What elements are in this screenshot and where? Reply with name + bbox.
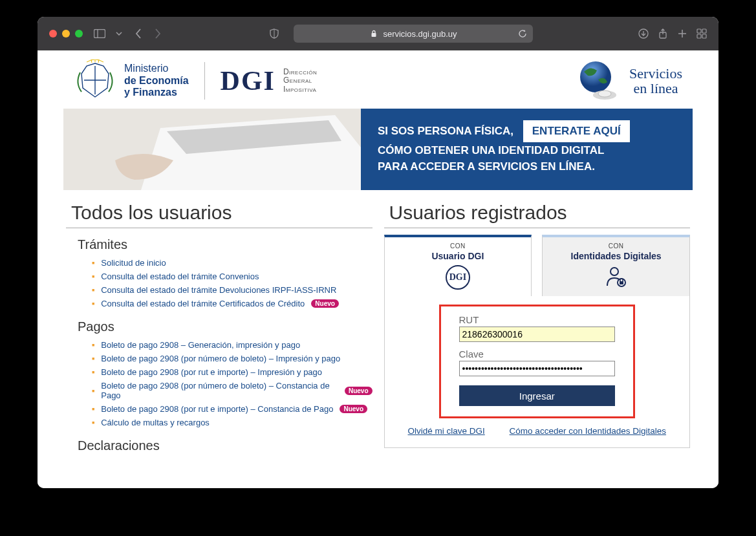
- tab-identidades-digitales[interactable]: CON Identidades Digitales: [542, 235, 690, 296]
- servicios-en-linea-logo[interactable]: Servicios en línea: [575, 60, 682, 102]
- shield-icon[interactable]: [269, 28, 279, 39]
- lock-icon: [369, 28, 379, 39]
- downloads-icon[interactable]: [638, 28, 649, 39]
- tabs-overview-icon[interactable]: [697, 28, 707, 39]
- all-users-panel: Todos los usuarios Trámites Solicitud de…: [66, 199, 373, 457]
- section-declaraciones: Declaraciones: [78, 438, 373, 453]
- minimize-window-button[interactable]: [62, 30, 70, 38]
- list-item: Solicitud de inicio: [92, 256, 373, 270]
- svg-rect-6: [697, 29, 701, 33]
- section-pagos: Pagos: [78, 319, 373, 334]
- tab1-main: Usuario DGI: [387, 251, 529, 261]
- browser-chrome: servicios.dgi.gub.uy: [38, 17, 718, 50]
- registered-users-panel: Usuarios registrados CON Usuario DGI DGI…: [384, 199, 691, 457]
- banner-image: [63, 109, 361, 190]
- link[interactable]: Boleto de pago 2908 (por número de bolet…: [101, 381, 338, 400]
- clave-input[interactable]: [459, 361, 616, 376]
- person-lock-icon: [605, 265, 627, 287]
- rut-input[interactable]: [459, 327, 616, 342]
- list-item: Cálculo de multas y recargos: [92, 416, 373, 429]
- banner-line3: PARA ACCEDER A SERVICIOS EN LÍNEA.: [378, 158, 676, 175]
- browser-window: servicios.dgi.gub.uy: [38, 17, 718, 488]
- dgi-logo[interactable]: DGI Dirección General Impositiva: [221, 65, 318, 96]
- dgi-sub2: General: [283, 76, 317, 85]
- site-header: Ministerio de Economía y Finanzas DGI Di…: [38, 50, 718, 109]
- mef-line3: y Finanzas: [124, 87, 189, 98]
- chevron-down-icon[interactable]: [114, 28, 124, 39]
- svg-point-19: [610, 268, 618, 275]
- share-icon[interactable]: [658, 28, 668, 39]
- clave-label: Clave: [459, 348, 616, 359]
- list-item: Boleto de pago 2908 – Generación, impres…: [92, 338, 373, 352]
- link[interactable]: Cálculo de multas y recargos: [101, 418, 210, 427]
- forgot-password-link[interactable]: Olvidé mi clave DGI: [408, 426, 485, 436]
- list-item: Boleto de pago 2908 (por número de bolet…: [92, 352, 373, 365]
- hero-banner: SI SOS PERSONA FÍSICA, ENTERATE AQUÍ CÓM…: [63, 109, 693, 190]
- nuevo-badge: Nuevo: [345, 387, 373, 395]
- nuevo-badge: Nuevo: [340, 405, 367, 413]
- address-bar[interactable]: servicios.dgi.gub.uy: [294, 25, 533, 43]
- svg-rect-8: [697, 34, 701, 38]
- link[interactable]: Solicitud de inicio: [101, 258, 166, 268]
- url-host: servicios.dgi.gub.uy: [383, 29, 457, 39]
- close-window-button[interactable]: [49, 30, 57, 38]
- login-form: RUT Clave Ingresar Olvidé mi clave DGI C…: [384, 295, 691, 448]
- link[interactable]: Consulta del estado del trámite Devoluci…: [101, 285, 336, 295]
- section-tramites: Trámites: [78, 237, 373, 252]
- link[interactable]: Consulta del estado del trámite Convenio…: [101, 272, 259, 281]
- reload-icon[interactable]: [517, 28, 528, 39]
- mef-line1: Ministerio: [124, 63, 189, 74]
- mef-logo[interactable]: Ministerio de Economía y Finanzas: [74, 59, 189, 102]
- link[interactable]: Boleto de pago 2908 – Generación, impres…: [101, 340, 300, 350]
- servicios-line2: en línea: [629, 81, 682, 96]
- list-item: Consulta del estado del trámite Certific…: [92, 297, 373, 310]
- nuevo-badge: Nuevo: [311, 299, 339, 308]
- howto-identidades-link[interactable]: Cómo acceder con Identidades Digitales: [510, 426, 666, 436]
- back-button[interactable]: [133, 28, 144, 39]
- tab2-sup: CON: [545, 242, 687, 250]
- sidebar-icon[interactable]: [94, 28, 105, 39]
- list-item: Consulta del estado del trámite Devoluci…: [92, 283, 373, 297]
- svg-rect-7: [702, 29, 706, 33]
- svg-point-15: [580, 61, 611, 92]
- maximize-window-button[interactable]: [75, 30, 83, 38]
- list-item: Consulta del estado del trámite Convenio…: [92, 270, 373, 283]
- link[interactable]: Consulta del estado del trámite Certific…: [101, 299, 305, 308]
- list-item: Boleto de pago 2908 (por rut e importe) …: [92, 402, 373, 416]
- list-item: Boleto de pago 2908 (por número de bolet…: [92, 379, 373, 402]
- mef-line2: de Economía: [124, 75, 189, 87]
- login-highlight-frame: RUT Clave Ingresar: [439, 305, 636, 418]
- dgi-abbrev: DGI: [221, 65, 275, 96]
- tramites-list: Solicitud de inicioConsulta del estado d…: [92, 256, 373, 310]
- banner-line1: SI SOS PERSONA FÍSICA,: [378, 125, 513, 137]
- dgi-circle-icon: DGI: [446, 265, 470, 290]
- rut-label: RUT: [459, 314, 616, 325]
- banner-line2: CÓMO OBTENER UNA IDENTIDAD DIGITAL: [378, 142, 676, 159]
- coat-of-arms-icon: [74, 59, 116, 102]
- link[interactable]: Boleto de pago 2908 (por número de bolet…: [101, 354, 340, 363]
- servicios-line1: Servicios: [629, 66, 682, 81]
- page-content: Ministerio de Economía y Finanzas DGI Di…: [38, 50, 718, 488]
- pagos-list: Boleto de pago 2908 – Generación, impres…: [92, 338, 373, 429]
- banner-cta-button[interactable]: ENTERATE AQUÍ: [523, 120, 630, 142]
- link[interactable]: Boleto de pago 2908 (por rut e importe) …: [101, 404, 333, 414]
- svg-rect-21: [620, 281, 623, 284]
- svg-rect-9: [702, 34, 706, 38]
- tab-usuario-dgi[interactable]: CON Usuario DGI DGI: [384, 235, 532, 296]
- dgi-sub3: Impositiva: [283, 85, 317, 94]
- divider: [204, 62, 205, 100]
- svg-rect-0: [94, 30, 105, 38]
- globe-icon: [575, 60, 621, 102]
- ingresar-button[interactable]: Ingresar: [459, 385, 616, 406]
- link[interactable]: Boleto de pago 2908 (por rut e importe) …: [101, 367, 322, 377]
- tab2-main: Identidades Digitales: [545, 251, 687, 261]
- window-controls: [49, 30, 83, 38]
- new-tab-icon[interactable]: [677, 28, 687, 39]
- svg-point-17: [598, 91, 611, 97]
- all-users-title: Todos los usuarios: [66, 199, 373, 228]
- svg-rect-3: [372, 33, 376, 37]
- list-item: Boleto de pago 2908 (por rut e importe) …: [92, 365, 373, 379]
- registered-users-title: Usuarios registrados: [384, 199, 691, 228]
- tab1-sup: CON: [387, 242, 529, 250]
- forward-button[interactable]: [153, 28, 163, 39]
